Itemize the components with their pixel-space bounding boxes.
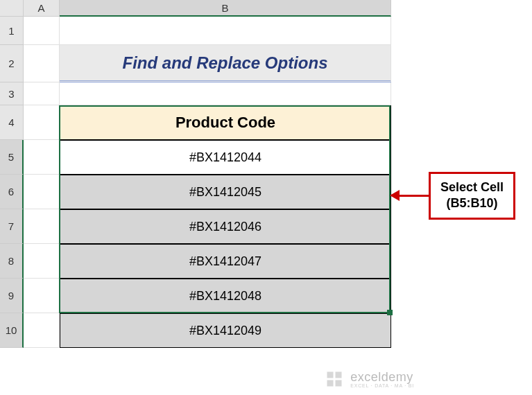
watermark-sub: EXCEL · DATA · MA · BI	[350, 383, 414, 388]
cell-b4-header[interactable]: Product Code	[60, 105, 391, 140]
watermark: exceldemy EXCEL · DATA · MA · BI	[324, 369, 414, 389]
svg-rect-0	[327, 372, 334, 378]
row-headers: 1 2 3 4 5 6 7 8 9 10	[0, 17, 24, 348]
cell-a4[interactable]	[24, 105, 60, 140]
row-header-1[interactable]: 1	[0, 17, 24, 45]
row-header-6[interactable]: 6	[0, 175, 24, 209]
row-header-3[interactable]: 3	[0, 82, 24, 105]
row-header-9[interactable]: 9	[0, 279, 24, 313]
select-all-corner[interactable]	[0, 0, 24, 17]
cell-b1[interactable]	[60, 17, 391, 45]
cell-a7[interactable]	[24, 209, 60, 244]
cells-container: Find and Replace Options Product Code #B…	[24, 17, 391, 348]
cell-a5[interactable]	[24, 140, 60, 175]
watermark-title: exceldemy	[350, 371, 414, 383]
row-header-10[interactable]: 10	[0, 313, 24, 348]
cell-a3[interactable]	[24, 82, 60, 105]
column-header-a[interactable]: A	[24, 0, 60, 17]
cell-b8[interactable]: #BX1412047	[60, 244, 391, 279]
row-header-7[interactable]: 7	[0, 209, 24, 244]
row-header-5[interactable]: 5	[0, 140, 24, 175]
column-headers: A B	[0, 0, 532, 17]
cell-a2[interactable]	[24, 45, 60, 82]
callout-text-1: Select Cell	[440, 179, 504, 195]
row-header-4[interactable]: 4	[0, 105, 24, 140]
svg-rect-1	[336, 372, 342, 378]
row-header-2[interactable]: 2	[0, 45, 24, 82]
cell-b2-title[interactable]: Find and Replace Options	[60, 45, 391, 82]
svg-rect-2	[327, 380, 334, 387]
cell-b10[interactable]: #BX1412049	[60, 313, 391, 348]
callout-box: Select Cell (B5:B10)	[429, 172, 515, 220]
callout-text-2: (B5:B10)	[440, 195, 504, 211]
watermark-text: exceldemy EXCEL · DATA · MA · BI	[350, 371, 414, 388]
annotation-callout: Select Cell (B5:B10)	[398, 172, 515, 220]
cell-a10[interactable]	[24, 313, 60, 348]
cell-b6[interactable]: #BX1412045	[60, 175, 391, 209]
cell-b3[interactable]	[60, 82, 391, 105]
cell-a9[interactable]	[24, 279, 60, 313]
row-header-8[interactable]: 8	[0, 244, 24, 279]
cell-a6[interactable]	[24, 175, 60, 209]
column-header-b[interactable]: B	[60, 0, 391, 17]
cell-b9[interactable]: #BX1412048	[60, 279, 391, 313]
cell-b5[interactable]: #BX1412044	[60, 140, 391, 175]
exceldemy-logo-icon	[324, 369, 345, 389]
cell-a8[interactable]	[24, 244, 60, 279]
cell-b7[interactable]: #BX1412046	[60, 209, 391, 244]
cell-a1[interactable]	[24, 17, 60, 45]
arrow-icon	[398, 195, 429, 197]
svg-rect-3	[336, 380, 342, 387]
